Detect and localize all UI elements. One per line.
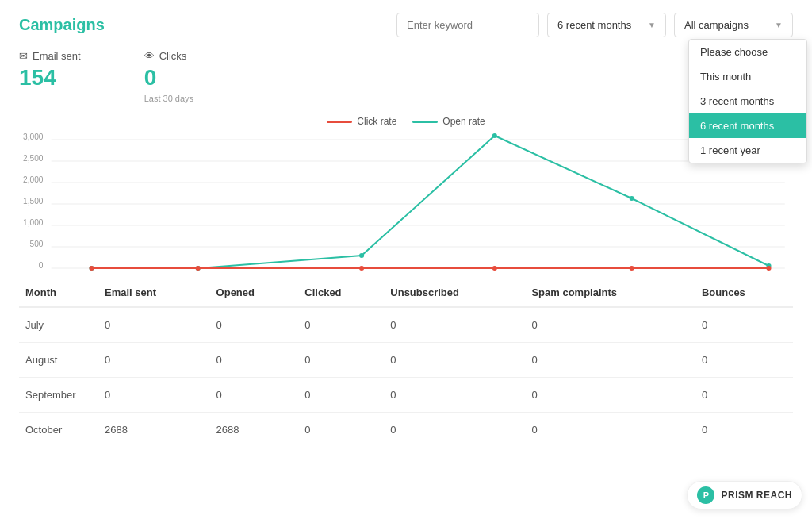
search-input[interactable] xyxy=(396,13,539,37)
svg-text:500: 500 xyxy=(30,240,44,248)
col-bounces: Bounces xyxy=(695,279,793,307)
svg-text:0: 0 xyxy=(39,261,44,270)
cell-month: August xyxy=(19,343,98,378)
chevron-down-icon-2: ▼ xyxy=(775,21,783,29)
chart-svg: 0 500 1,000 1,500 2,000 2,500 3,000 July… xyxy=(19,133,793,272)
email-sent-label: ✉ Email sent xyxy=(19,50,81,62)
clicks-label: 👁 Clicks xyxy=(144,50,193,62)
svg-point-23 xyxy=(492,133,497,138)
time-option-6-months[interactable]: 6 recent months xyxy=(689,113,806,138)
data-table: Month Email sent Opened Clicked Unsubscr… xyxy=(19,279,793,447)
time-dropdown-menu: Please choose This month 3 recent months… xyxy=(688,39,807,163)
envelope-icon: ✉ xyxy=(19,50,28,62)
cell-unsubscribed: 0 xyxy=(384,307,525,343)
col-email-sent: Email sent xyxy=(98,279,210,307)
cell-month: July xyxy=(19,307,98,343)
cell-spam: 0 xyxy=(525,307,695,343)
cell-email-sent: 2688 xyxy=(98,413,210,448)
open-rate-line xyxy=(92,136,769,268)
open-rate-label: Open rate xyxy=(442,116,485,127)
cell-opened: 0 xyxy=(210,307,299,343)
col-opened: Opened xyxy=(210,279,299,307)
page: Campaigns 6 recent months ▼ Please choos… xyxy=(0,0,812,519)
cell-clicked: 0 xyxy=(298,413,384,448)
table-header-row: Month Email sent Opened Clicked Unsubscr… xyxy=(19,279,793,307)
col-unsubscribed: Unsubscribed xyxy=(384,279,525,307)
col-clicked: Clicked xyxy=(298,279,384,307)
cell-email-sent: 0 xyxy=(98,378,210,413)
chevron-down-icon: ▼ xyxy=(648,21,656,29)
clicks-stat: 👁 Clicks 0 Last 30 days xyxy=(144,50,193,103)
time-dropdown-wrapper: 6 recent months ▼ Please choose This mon… xyxy=(547,13,666,37)
time-option-this-month[interactable]: This month xyxy=(689,64,806,89)
cell-spam: 0 xyxy=(525,343,695,378)
svg-text:2,000: 2,000 xyxy=(23,175,44,184)
open-rate-legend-line xyxy=(412,121,438,123)
svg-point-28 xyxy=(359,266,364,271)
chart-container: 0 500 1,000 1,500 2,000 2,500 3,000 July… xyxy=(19,133,793,272)
time-dropdown-button[interactable]: 6 recent months ▼ xyxy=(547,13,666,37)
table-row: September 0 0 0 0 0 0 xyxy=(19,378,793,413)
cell-spam: 0 xyxy=(525,413,695,448)
svg-text:3,000: 3,000 xyxy=(23,133,44,141)
svg-point-26 xyxy=(89,266,94,271)
cell-bounces: 0 xyxy=(695,343,793,378)
col-month: Month xyxy=(19,279,98,307)
svg-text:2,500: 2,500 xyxy=(23,154,44,163)
cell-unsubscribed: 0 xyxy=(384,343,525,378)
legend-open-rate: Open rate xyxy=(412,116,485,127)
cell-opened: 2688 xyxy=(210,413,299,448)
time-option-please-choose[interactable]: Please choose xyxy=(689,40,806,64)
click-rate-label: Click rate xyxy=(357,116,396,127)
svg-text:1,000: 1,000 xyxy=(23,218,44,227)
table-row: July 0 0 0 0 0 0 xyxy=(19,307,793,343)
cell-spam: 0 xyxy=(525,378,695,413)
table-area: Month Email sent Opened Clicked Unsubscr… xyxy=(0,279,812,447)
brand-icon: P xyxy=(697,486,714,504)
cell-unsubscribed: 0 xyxy=(384,378,525,413)
svg-text:1,500: 1,500 xyxy=(23,197,44,206)
header: Campaigns 6 recent months ▼ Please choos… xyxy=(0,0,812,44)
cell-email-sent: 0 xyxy=(98,307,210,343)
campaign-dropdown-button[interactable]: All campaigns ▼ xyxy=(674,13,793,37)
svg-point-22 xyxy=(359,253,364,258)
legend-click-rate: Click rate xyxy=(327,116,396,127)
svg-point-29 xyxy=(492,266,497,271)
time-dropdown-selected: 6 recent months xyxy=(557,19,631,31)
eye-icon: 👁 xyxy=(144,50,155,62)
header-controls: 6 recent months ▼ Please choose This mon… xyxy=(396,13,793,37)
email-sent-stat: ✉ Email sent 154 xyxy=(19,50,81,103)
email-sent-value: 154 xyxy=(19,65,81,90)
branding: P PRISM REACH xyxy=(687,481,802,509)
cell-month: September xyxy=(19,378,98,413)
campaign-dropdown-selected: All campaigns xyxy=(684,19,749,31)
chart-legend: Click rate Open rate xyxy=(19,116,793,127)
cell-opened: 0 xyxy=(210,378,299,413)
cell-clicked: 0 xyxy=(298,307,384,343)
cell-bounces: 0 xyxy=(695,413,793,448)
time-option-3-months[interactable]: 3 recent months xyxy=(689,89,806,113)
col-spam: Spam complaints xyxy=(525,279,695,307)
clicks-sublabel: Last 30 days xyxy=(144,94,193,103)
svg-point-24 xyxy=(630,196,634,201)
table-row: October 2688 2688 0 0 0 0 xyxy=(19,413,793,448)
time-option-1-year[interactable]: 1 recent year xyxy=(689,138,806,163)
cell-unsubscribed: 0 xyxy=(384,413,525,448)
table-row: August 0 0 0 0 0 0 xyxy=(19,343,793,378)
cell-clicked: 0 xyxy=(298,343,384,378)
svg-point-31 xyxy=(766,266,771,271)
page-title: Campaigns xyxy=(19,16,105,34)
cell-bounces: 0 xyxy=(695,378,793,413)
click-rate-legend-line xyxy=(327,121,352,123)
svg-point-30 xyxy=(630,266,634,271)
cell-email-sent: 0 xyxy=(98,343,210,378)
cell-month: October xyxy=(19,413,98,448)
cell-clicked: 0 xyxy=(298,378,384,413)
clicks-value: 0 xyxy=(144,65,193,90)
cell-bounces: 0 xyxy=(695,307,793,343)
brand-name: PRISM REACH xyxy=(721,490,792,501)
svg-point-27 xyxy=(196,266,201,271)
cell-opened: 0 xyxy=(210,343,299,378)
